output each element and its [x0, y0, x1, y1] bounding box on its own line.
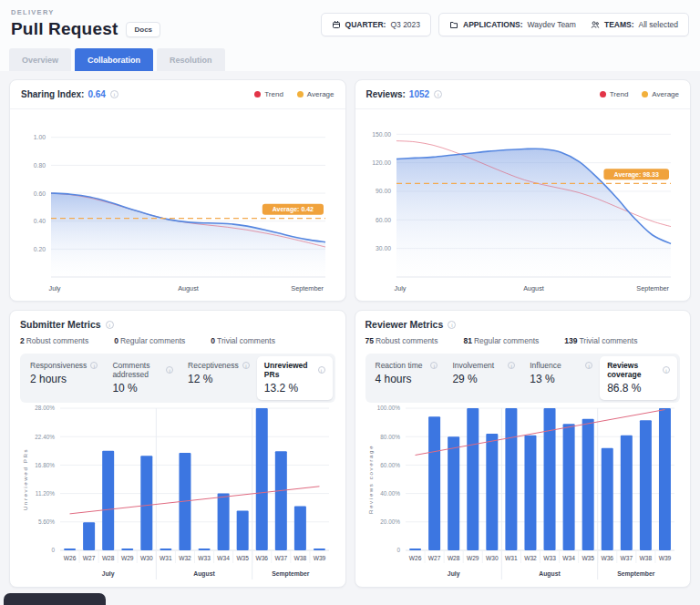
info-icon[interactable] [508, 362, 515, 369]
svg-text:40.00%: 40.00% [380, 490, 400, 497]
reviews-chart[interactable]: 150.00120.0090.0060.0030.00Average: 98.3… [355, 109, 691, 301]
filter-label: QUARTER: [345, 20, 386, 29]
svg-text:Reviews coverage: Reviews coverage [367, 445, 374, 514]
title-block: DELIVERY Pull Request Docs [11, 8, 160, 39]
metric-cell-influence[interactable]: Influence 13 % [522, 356, 600, 400]
card-submitter-metrics: Submitter Metrics 2Robust comments 0Regu… [9, 310, 346, 588]
dashboard-grid: Sharing Index: 0.64 Trend Average 1.000.… [0, 71, 700, 588]
docs-button[interactable]: Docs [126, 22, 160, 37]
metric-value: 29 % [452, 373, 515, 385]
info-icon[interactable] [110, 90, 118, 98]
comment-stat-trivial: 0Trivial comments [211, 336, 275, 345]
metric-value: 13.2 % [264, 382, 325, 395]
legend-item-trend[interactable]: Trend [600, 90, 629, 98]
svg-text:W37: W37 [275, 555, 288, 561]
tab-collaboration[interactable]: Collaboration [75, 48, 153, 71]
metric-value: 13 % [530, 373, 592, 385]
svg-text:Unreviewed PRs: Unreviewed PRs [22, 448, 28, 510]
applications-teams-filter: APPLICATIONS: Waydev Team TEAMS: All sel… [438, 13, 689, 36]
unreviewed-prs-chart[interactable]: 28.00%22.40%16.80%11.20%5.60%0JulyAugust… [20, 403, 335, 585]
metric-cell-responsiveness[interactable]: Responsiveness 2 hours [23, 356, 105, 400]
svg-text:90.00: 90.00 [376, 188, 391, 194]
metric-value: 12 % [188, 373, 250, 385]
svg-text:28.00%: 28.00% [36, 405, 56, 411]
svg-text:Average: 0.42: Average: 0.42 [273, 206, 314, 213]
svg-text:July: July [49, 284, 61, 292]
legend-item-average[interactable]: Average [642, 90, 679, 98]
svg-text:Average: 98.33: Average: 98.33 [613, 171, 658, 179]
svg-text:W26: W26 [64, 555, 77, 561]
teams-filter[interactable]: TEAMS: All selected [591, 20, 678, 29]
metric-value: 4 hours [376, 373, 438, 385]
info-icon[interactable] [106, 321, 114, 329]
comments-summary: 75Robust comments 81Regular comments 139… [365, 336, 681, 345]
info-icon[interactable] [448, 321, 456, 329]
info-icon[interactable] [318, 366, 325, 374]
metric-cell-reaction-time[interactable]: Reaction time 4 hours [368, 356, 446, 400]
reviews-coverage-chart[interactable]: 100.00%80.00%60.00%40.00%20.00%0JulyAugu… [365, 403, 681, 585]
svg-text:August: August [194, 570, 216, 578]
quarter-filter[interactable]: QUARTER: Q3 2023 [321, 13, 431, 36]
svg-text:W30: W30 [140, 555, 153, 561]
info-icon[interactable] [663, 366, 670, 374]
metric-cell-comments-addressed[interactable]: Comments addressed 10 % [105, 356, 180, 400]
card-sharing-index: Sharing Index: 0.64 Trend Average 1.000.… [9, 79, 346, 302]
svg-text:22.40%: 22.40% [36, 434, 56, 440]
comment-stat-regular: 81Regular comments [463, 336, 539, 345]
info-icon[interactable] [166, 366, 173, 374]
page-header: DELIVERY Pull Request Docs QUARTER: Q3 2… [0, 0, 700, 43]
legend-item-average[interactable]: Average [297, 90, 335, 98]
info-icon[interactable] [242, 362, 250, 369]
sharing-index-chart[interactable]: 1.000.800.600.400.20Average: 0.42JulyAug… [10, 109, 345, 301]
svg-text:1.00: 1.00 [34, 134, 46, 140]
info-icon[interactable] [585, 362, 592, 369]
legend-item-trend[interactable]: Trend [254, 90, 283, 98]
tab-overview[interactable]: Overview [9, 48, 71, 71]
metric-cell-reviews-coverage[interactable]: Reviews coverage 86.8 % [600, 356, 677, 400]
card-reviews: Reviews: 1052 Trend Average 150.00120.00… [355, 79, 692, 302]
svg-text:July: July [448, 570, 460, 578]
info-icon[interactable] [434, 90, 442, 98]
svg-text:60.00%: 60.00% [380, 462, 400, 468]
metric-value: 2 hours [30, 373, 98, 385]
metric-label: Comments addressed [112, 361, 162, 379]
svg-text:W32: W32 [179, 555, 191, 561]
filter-label: TEAMS: [604, 20, 634, 29]
svg-text:W30: W30 [486, 555, 499, 561]
reviewer-metric-strip: Reaction time 4 hours Involvement 29 % I… [365, 354, 681, 403]
svg-text:W36: W36 [601, 555, 613, 561]
metric-cell-unreviewed-prs[interactable]: Unreviewed PRs 13.2 % [257, 356, 333, 400]
svg-text:150.00: 150.00 [372, 131, 391, 138]
calendar-icon [332, 20, 341, 29]
card-title: Reviews: [366, 89, 406, 99]
legend-label: Trend [610, 90, 629, 98]
help-widget[interactable] [4, 593, 106, 605]
info-icon[interactable] [90, 362, 98, 369]
filter-value: All selected [639, 20, 678, 29]
svg-text:W31: W31 [505, 555, 518, 561]
svg-text:0.80: 0.80 [34, 162, 46, 169]
metric-label: Influence [530, 361, 561, 370]
svg-text:August: August [539, 570, 561, 578]
svg-text:W29: W29 [467, 555, 479, 561]
applications-filter[interactable]: APPLICATIONS: Waydev Team [449, 20, 576, 29]
svg-text:July: July [394, 284, 406, 292]
metric-value: 86.8 % [607, 382, 670, 395]
svg-text:W39: W39 [314, 555, 326, 561]
metric-cell-involvement[interactable]: Involvement 29 % [445, 356, 522, 400]
metric-cell-receptiveness[interactable]: Receptiveness 12 % [180, 356, 257, 400]
card-title: Reviewer Metrics [365, 319, 444, 330]
metric-label: Reaction time [376, 361, 423, 370]
info-icon[interactable] [430, 362, 438, 369]
svg-text:September: September [292, 284, 324, 292]
svg-text:August: August [523, 284, 544, 292]
average-dot [642, 91, 648, 97]
filter-bar: QUARTER: Q3 2023 APPLICATIONS: Waydev Te… [321, 13, 689, 36]
svg-text:0.40: 0.40 [34, 218, 46, 224]
tab-resolution[interactable]: Resolution [157, 48, 225, 71]
folder-icon [449, 20, 458, 29]
comment-stat-regular: 0Regular comments [114, 336, 185, 345]
teams-icon [591, 20, 600, 29]
legend-label: Average [652, 90, 679, 98]
trend-dot [600, 91, 606, 97]
